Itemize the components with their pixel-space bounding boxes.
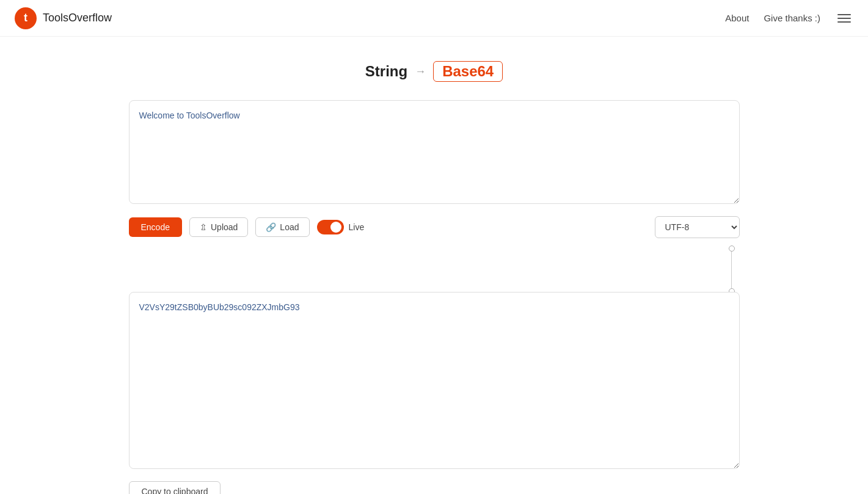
output-textarea[interactable]: V2VsY29tZSB0byBUb29sc092ZXJmbG93 [129,292,740,469]
connector-dot-top [729,245,735,252]
arrow-icon: → [415,65,426,78]
base64-label: Base64 [433,61,503,82]
connector-line [729,245,735,294]
upload-icon: ⇫ [200,222,207,232]
string-label: String [365,63,407,80]
logo-icon: t [15,7,37,29]
about-link[interactable]: About [725,13,749,23]
connector-vert-line [731,252,732,288]
upload-button[interactable]: ⇫ Upload [189,217,248,237]
live-label: Live [349,222,365,232]
encode-button[interactable]: Encode [129,217,182,237]
connector-wrapper [129,245,740,294]
link-icon: 🔗 [266,222,276,232]
nav-area: About Give thanks :) [725,12,853,25]
main-content: String → Base64 Welcome to ToolsOverflow… [0,37,868,494]
upload-label: Upload [211,222,238,232]
copy-to-clipboard-button[interactable]: Copy to clipboard [129,481,221,494]
controls-row: Encode ⇫ Upload 🔗 Load Live UTF-8 UTF-16 [129,216,740,238]
input-textarea[interactable]: Welcome to ToolsOverflow [129,100,740,204]
header: t ToolsOverflow About Give thanks :) [0,0,868,37]
hamburger-menu-button[interactable] [835,12,853,25]
give-thanks-link[interactable]: Give thanks :) [764,13,820,23]
load-label: Load [280,222,299,232]
tool-container: Welcome to ToolsOverflow Encode ⇫ Upload… [129,100,740,494]
live-toggle-area: Live [317,220,365,234]
load-button[interactable]: 🔗 Load [255,217,309,237]
live-toggle[interactable] [317,220,344,234]
app-name: ToolsOverflow [43,12,112,24]
logo-area: t ToolsOverflow [15,7,112,29]
encoding-select[interactable]: UTF-8 UTF-16 ASCII ISO-8859-1 [655,216,740,238]
title-row: String → Base64 [365,61,503,82]
